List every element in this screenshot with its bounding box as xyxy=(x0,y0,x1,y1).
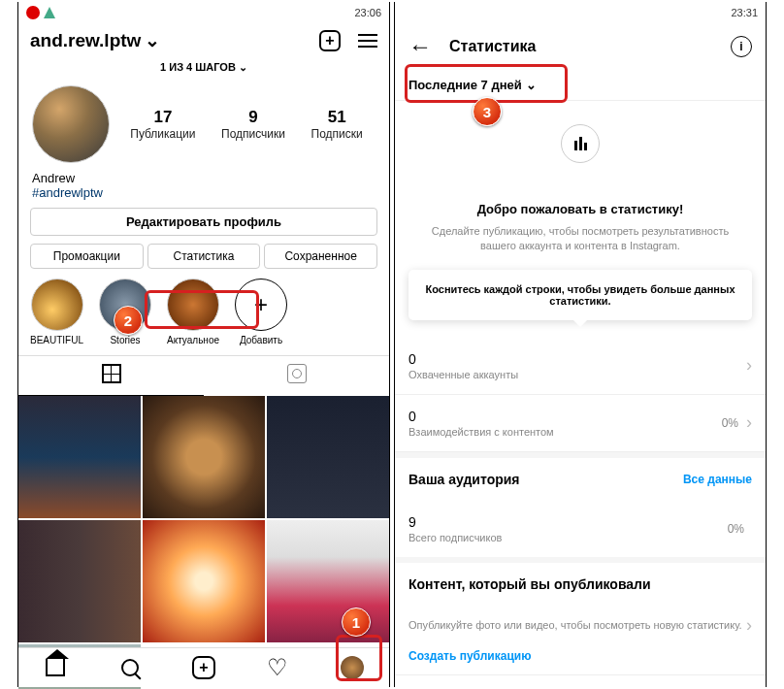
highlight-item[interactable]: Актуальное xyxy=(167,279,219,345)
post-thumb[interactable] xyxy=(267,520,389,642)
publish-hint-row[interactable]: Опубликуйте фото или видео, чтобы посмот… xyxy=(395,606,766,645)
username-dropdown[interactable]: and.rew.lptw⌄ xyxy=(30,29,160,51)
callout-badge: 3 xyxy=(473,97,502,126)
display-name: Andrew xyxy=(32,171,376,185)
chevron-right-icon: › xyxy=(746,685,752,689)
content-section: Контент, который вы опубликовали xyxy=(395,557,766,606)
welcome-subtitle: Сделайте публикацию, чтобы посмотреть ре… xyxy=(414,224,746,254)
info-button[interactable]: i xyxy=(731,36,752,57)
opera-icon xyxy=(26,6,40,19)
post-thumb[interactable] xyxy=(18,520,141,642)
insights-screen: 23:31 ← Статистика i Последние 7 дней⌄ Д… xyxy=(394,2,767,687)
hint-tooltip: Коснитесь каждой строки, чтобы увидеть б… xyxy=(408,270,752,320)
callout-badge: 2 xyxy=(114,306,143,335)
posts-grid xyxy=(18,396,389,689)
post-thumb[interactable] xyxy=(143,396,265,518)
tagged-icon xyxy=(287,364,307,383)
profile-screen: 23:06 and.rew.lptw⌄ + 1 ИЗ 4 ШАГОВ ⌄ 17П… xyxy=(17,2,390,687)
profile-avatar[interactable] xyxy=(32,85,110,163)
insights-button[interactable]: Статистика xyxy=(147,244,261,269)
saved-button[interactable]: Сохраненное xyxy=(264,244,377,269)
chevron-right-icon: › xyxy=(746,355,752,376)
chart-icon xyxy=(561,124,600,163)
tagged-tab[interactable] xyxy=(204,356,389,396)
create-button[interactable]: + xyxy=(319,30,341,51)
highlight-item[interactable]: BEAUTIFUL xyxy=(30,279,83,345)
followers-row[interactable]: 9Всего подписчиков 0% xyxy=(395,501,766,557)
reach-row[interactable]: 0Охваченные аккаунты › xyxy=(395,338,766,395)
welcome-title: Добро пожаловать в статистику! xyxy=(414,202,746,216)
menu-button[interactable] xyxy=(358,34,377,48)
chevron-down-icon: ⌄ xyxy=(526,78,537,92)
bottom-nav: + ♡ xyxy=(18,647,389,687)
play-icon xyxy=(44,7,55,18)
post-thumb[interactable] xyxy=(18,396,141,518)
back-button[interactable]: ← xyxy=(408,33,432,60)
following-stat[interactable]: 51Подписки xyxy=(311,108,363,141)
interactions-row[interactable]: 0Взаимодействия с контентом 0%› xyxy=(395,395,766,452)
posts-stat[interactable]: 17Публикации xyxy=(130,108,195,141)
chevron-down-icon: ⌄ xyxy=(145,29,160,51)
profile-header: and.rew.lptw⌄ + xyxy=(18,23,389,57)
activity-icon[interactable]: ♡ xyxy=(266,656,289,679)
audience-section: Ваша аудитория Все данные xyxy=(395,452,766,501)
status-bar: 23:31 xyxy=(395,2,766,23)
create-post-link[interactable]: Создать публикацию xyxy=(395,645,766,667)
date-filter[interactable]: Последние 7 дней⌄ xyxy=(395,70,766,101)
profile-nav-icon[interactable] xyxy=(341,656,364,679)
story-hint-row[interactable]: Добавьте фото или видео в свою историю, … xyxy=(395,674,766,689)
chevron-right-icon: › xyxy=(746,615,752,636)
home-icon[interactable] xyxy=(44,656,67,679)
status-bar: 23:06 xyxy=(18,2,389,23)
all-data-link[interactable]: Все данные xyxy=(683,473,752,486)
chevron-right-icon: › xyxy=(746,412,752,433)
status-time: 23:31 xyxy=(731,7,758,18)
status-time: 23:06 xyxy=(354,7,381,18)
edit-profile-button[interactable]: Редактировать профиль xyxy=(30,208,377,236)
grid-icon xyxy=(102,364,121,383)
post-thumb[interactable] xyxy=(267,396,389,518)
grid-tab[interactable] xyxy=(18,356,204,396)
search-icon[interactable] xyxy=(118,656,142,679)
callout-badge: 1 xyxy=(342,607,371,637)
promotions-button[interactable]: Промоакции xyxy=(30,244,144,269)
post-thumb[interactable] xyxy=(143,520,265,642)
hashtag[interactable]: #andrewlptw xyxy=(32,185,376,200)
page-title: Статистика xyxy=(449,38,713,55)
new-post-icon[interactable]: + xyxy=(192,656,215,679)
followers-stat[interactable]: 9Подписчики xyxy=(221,108,285,141)
add-highlight[interactable]: +Добавить xyxy=(235,279,287,345)
onboarding-steps[interactable]: 1 ИЗ 4 ШАГОВ ⌄ xyxy=(18,57,389,78)
